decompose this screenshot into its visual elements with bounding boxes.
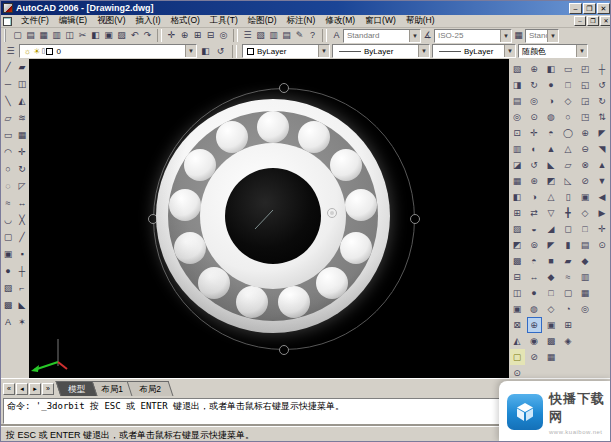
render-tool-17-icon[interactable]: ◈ <box>561 333 576 349</box>
modify-tool-3-icon[interactable]: ≋ <box>16 110 29 127</box>
orbit-tool-1-icon[interactable]: ↻ <box>527 77 542 93</box>
modeling-tool-18-icon[interactable]: ▢ <box>510 349 525 365</box>
modeling-tool-4-icon[interactable]: ⊡ <box>510 125 525 141</box>
layer-control-dropdown[interactable]: ☼ ☀ ▯ 0 ▼ <box>19 44 197 58</box>
dim-style-icon[interactable]: ∡ <box>421 29 434 42</box>
shade-tool-0-icon[interactable]: ◧ <box>544 61 559 77</box>
modeling-tool-15-icon[interactable]: ▣ <box>510 301 525 317</box>
menu-绘图(D)[interactable]: 绘图(D) <box>243 15 282 27</box>
modeling-tool-7-icon[interactable]: ▦ <box>510 173 525 189</box>
lineweight-control-dropdown[interactable]: ByLayer ▼ <box>432 44 516 58</box>
modeling-tool-2-icon[interactable]: ▤ <box>510 93 525 109</box>
draw-tool-12-icon[interactable]: ● <box>2 263 15 280</box>
linetype-control-dropdown[interactable]: ByLayer ▼ <box>332 44 430 58</box>
orbit-tool-8-icon[interactable]: ◑ <box>527 189 542 205</box>
draw-tool-11-icon[interactable]: ▣ <box>2 246 15 263</box>
ucs-tool-8-icon[interactable]: ◀ <box>595 189 610 205</box>
draw-tool-15-icon[interactable]: A <box>2 314 15 331</box>
zoom-realtime-icon[interactable]: ⊕ <box>178 29 191 42</box>
shade-tool-2-icon[interactable]: ◑ <box>544 93 559 109</box>
match-properties-icon[interactable]: ▨ <box>115 29 128 42</box>
modify-tool-1-icon[interactable]: ◫ <box>16 76 29 93</box>
toolbar-grip[interactable] <box>4 29 8 42</box>
modeling-tool-9-icon[interactable]: ⊞ <box>510 205 525 221</box>
render-tool-4-icon[interactable]: ◯ <box>561 125 576 141</box>
orbit-tool-7-icon[interactable]: ⊛ <box>527 173 542 189</box>
menu-编辑(E)[interactable]: 编辑(E) <box>54 15 92 27</box>
orbit-tool-5-icon[interactable]: ◐ <box>527 141 542 157</box>
designcenter-icon[interactable]: ▧ <box>254 29 267 42</box>
shade-tool-13-icon[interactable]: ◆ <box>544 269 559 285</box>
plot-icon[interactable]: ▥ <box>50 29 63 42</box>
render-tool-3-icon[interactable]: ○ <box>561 109 576 125</box>
pan-realtime-icon[interactable]: ✛ <box>165 29 178 42</box>
ucs-tool-5-icon[interactable]: ◥ <box>595 141 610 157</box>
save-icon[interactable]: ▦ <box>37 29 50 42</box>
orbit-tool-16-icon[interactable]: ⊕ <box>527 317 542 333</box>
render-tool-10-icon[interactable]: ◻ <box>561 221 576 237</box>
menu-文件(F)[interactable]: 文件(F) <box>16 15 54 27</box>
ucs-tool-4-icon[interactable]: ◤ <box>595 125 610 141</box>
render-tool-7-icon[interactable]: ◺ <box>561 173 576 189</box>
shade-tool-7-icon[interactable]: ◩ <box>544 173 559 189</box>
shade-tool-3-icon[interactable]: ◍ <box>544 109 559 125</box>
ucs-tool-0-icon[interactable]: ┼ <box>595 61 610 77</box>
ucs-tool-9-icon[interactable]: ▶ <box>595 205 610 221</box>
draw-tool-3-icon[interactable]: ▱ <box>2 110 15 127</box>
shade-tool-9-icon[interactable]: ▽ <box>544 205 559 221</box>
chevron-down-icon[interactable]: ▼ <box>409 30 420 42</box>
chevron-down-icon[interactable]: ▼ <box>547 30 558 42</box>
modeling-tool-12-icon[interactable]: ▩ <box>510 253 525 269</box>
ucs-tool-6-icon[interactable]: ▲ <box>595 157 610 173</box>
shade-tool-10-icon[interactable]: ◢ <box>544 221 559 237</box>
chevron-down-icon[interactable]: ▼ <box>500 30 511 42</box>
shade-tool-4-icon[interactable]: ◓ <box>544 125 559 141</box>
tab-nav-2[interactable]: ▸ <box>29 383 41 395</box>
modify-tool-8-icon[interactable]: ↔ <box>16 195 29 212</box>
menu-视图(V)[interactable]: 视图(V) <box>92 15 130 27</box>
solids-editing-tool-11-icon[interactable]: ▤ <box>578 237 593 253</box>
modeling-tool-1-icon[interactable]: ◨ <box>510 77 525 93</box>
modify-tool-6-icon[interactable]: ↻ <box>16 161 29 178</box>
render-tool-13-icon[interactable]: ≈ <box>561 269 576 285</box>
solids-editing-tool-7-icon[interactable]: ⊘ <box>578 173 593 189</box>
shade-tool-15-icon[interactable]: ◇ <box>544 301 559 317</box>
paste-icon[interactable]: ▣ <box>102 29 115 42</box>
drawing-viewport[interactable] <box>29 59 509 378</box>
modeling-tool-8-icon[interactable]: ◧ <box>510 189 525 205</box>
orbit-tool-14-icon[interactable]: ● <box>527 285 542 301</box>
shade-tool-11-icon[interactable]: ◤ <box>544 237 559 253</box>
minimize-button[interactable]: – <box>569 3 582 14</box>
chevron-down-icon[interactable]: ▼ <box>576 45 587 57</box>
render-tool-15-icon[interactable]: ◔ <box>561 301 576 317</box>
color-control-dropdown[interactable]: ByLayer ▼ <box>242 44 330 58</box>
solids-editing-tool-8-icon[interactable]: ▣ <box>578 189 593 205</box>
table-style-icon[interactable]: ▦ <box>512 29 525 42</box>
modify-tool-2-icon[interactable]: ◭ <box>16 93 29 110</box>
table-style-dropdown[interactable]: Standard ▼ <box>525 29 559 43</box>
render-tool-12-icon[interactable]: ▰ <box>561 253 576 269</box>
shade-tool-16-icon[interactable]: ▣ <box>544 317 559 333</box>
shade-tool-5-icon[interactable]: ▲ <box>544 141 559 157</box>
orbit-tool-4-icon[interactable]: ✛ <box>527 125 542 141</box>
modeling-tool-6-icon[interactable]: ◪ <box>510 157 525 173</box>
solids-editing-tool-15-icon[interactable]: ◎ <box>578 301 593 317</box>
plot-style-control-dropdown[interactable]: 随颜色 ▼ <box>518 44 588 58</box>
modify-tool-14-icon[interactable]: ◣ <box>16 297 29 314</box>
draw-tool-9-icon[interactable]: ◡ <box>2 212 15 229</box>
shade-tool-18-icon[interactable]: ▦ <box>544 349 559 365</box>
menu-帮助(H)[interactable]: 帮助(H) <box>401 15 440 27</box>
chevron-down-icon[interactable]: ▼ <box>185 45 196 57</box>
tab-nav-3[interactable]: » <box>42 383 54 395</box>
orbit-tool-17-icon[interactable]: ◉ <box>527 333 542 349</box>
help-icon[interactable]: ? <box>306 29 319 42</box>
orbit-tool-2-icon[interactable]: ◎ <box>527 93 542 109</box>
modeling-tool-3-icon[interactable]: ◎ <box>510 109 525 125</box>
shade-tool-8-icon[interactable]: △ <box>544 189 559 205</box>
ucs-tool-1-icon[interactable]: ↺ <box>595 77 610 93</box>
solids-editing-tool-13-icon[interactable]: ▥ <box>578 269 593 285</box>
redo-icon[interactable]: ↷ <box>141 29 154 42</box>
orbit-tool-13-icon[interactable]: ↔ <box>527 269 542 285</box>
orbit-tool-10-icon[interactable]: ◒ <box>527 221 542 237</box>
modeling-tool-0-icon[interactable]: ▧ <box>510 61 525 77</box>
